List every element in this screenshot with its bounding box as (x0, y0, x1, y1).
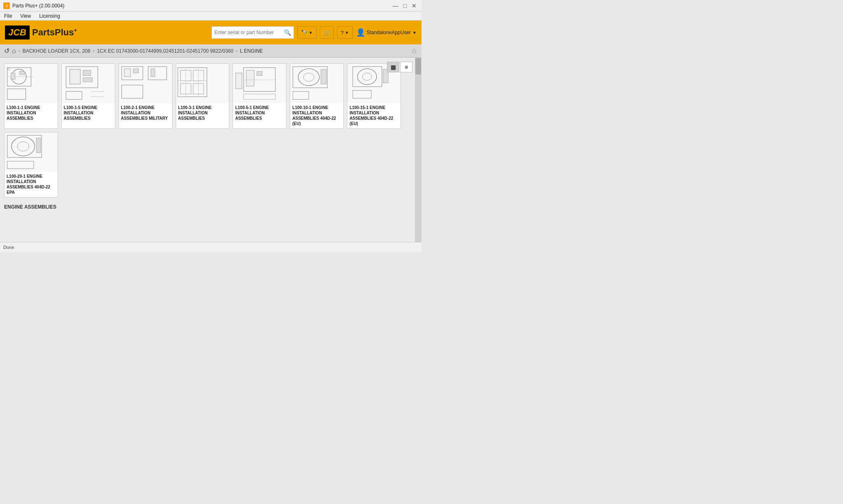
svg-rect-4 (19, 71, 25, 74)
titlebar: J Parts Plus+ (2.00.0004) — □ ✕ (0, 0, 422, 12)
main-content: ▦ ≡ L100-1-1 ENGINE INSTALLATION ASSEM (0, 58, 422, 242)
part-card-7[interactable]: L100-20-1 ENGINE INSTALLATION ASSEMBLIES… (4, 132, 58, 197)
menubar: File View Licensing (0, 12, 422, 21)
svg-rect-43 (244, 94, 275, 99)
help-button[interactable]: ? ▼ (337, 26, 353, 39)
svg-rect-10 (70, 69, 80, 84)
svg-rect-40 (247, 70, 254, 86)
parts-grid-row1: L100-1-1 ENGINE INSTALLATION ASSEMBLIES (4, 63, 401, 129)
svg-point-47 (304, 73, 314, 81)
part-card-6[interactable]: L100-15-1 ENGINE INSTALLATION ASSEMBLIES… (347, 63, 401, 129)
svg-point-46 (298, 69, 319, 86)
logo-area: JCB PartsPlus+ (5, 26, 77, 39)
search-icon[interactable]: 🔍 (284, 29, 291, 36)
svg-rect-48 (321, 69, 326, 84)
engine-diagram-3 (176, 65, 229, 102)
user-label: StandaloneAppUser (367, 30, 411, 35)
titlebar-title: Parts Plus+ (2.00.0004) (12, 3, 64, 9)
scrollbar-thumb[interactable] (415, 58, 421, 74)
engine-diagram-4 (233, 65, 286, 102)
svg-rect-24 (151, 69, 155, 77)
minimize-button[interactable]: — (391, 2, 400, 9)
svg-rect-56 (353, 90, 371, 98)
svg-rect-44 (236, 73, 242, 89)
svg-point-53 (358, 69, 377, 85)
svg-rect-64 (7, 161, 34, 168)
part-label-3: L100-3-1 ENGINE INSTALLATION ASSEMBLIES (176, 103, 229, 123)
part-image-1 (62, 64, 115, 103)
breadcrumb-sep-2: › (236, 48, 238, 54)
jcb-logo: JCB (5, 26, 30, 39)
svg-rect-62 (36, 138, 40, 153)
part-card-3[interactable]: L100-3-1 ENGINE INSTALLATION ASSEMBLIES (176, 63, 230, 129)
svg-rect-29 (178, 67, 207, 97)
svg-rect-12 (83, 77, 92, 81)
part-card-0[interactable]: L100-1-1 ENGINE INSTALLATION ASSEMBLIES (4, 63, 58, 129)
scrollbar[interactable] (415, 58, 422, 242)
part-image-5 (290, 64, 343, 103)
part-label-0: L100-1-1 ENGINE INSTALLATION ASSEMBLIES (5, 103, 58, 123)
maximize-button[interactable]: □ (402, 2, 408, 9)
user-dropdown-icon: ▼ (412, 30, 417, 35)
breadcrumb-sep-1: › (93, 48, 94, 54)
engine-diagram-2 (119, 65, 172, 102)
part-card-4[interactable]: L100-5-1 ENGINE INSTALLATION ASSEMBLIES (233, 63, 286, 129)
menu-file[interactable]: File (2, 12, 14, 20)
svg-point-5 (8, 68, 10, 70)
engine-diagram-0 (5, 65, 58, 102)
breadcrumb-item-1[interactable]: 1CX EC 01743000-01744999,02451201-024517… (97, 48, 233, 54)
part-label-7: L100-20-1 ENGINE INSTALLATION ASSEMBLIES… (5, 172, 58, 197)
part-card-1[interactable]: L100-1-5 ENGINE INSTALLATION ASSEMBLIES (61, 63, 115, 129)
svg-rect-49 (293, 91, 309, 99)
svg-rect-21 (133, 69, 139, 73)
close-button[interactable]: ✕ (410, 2, 418, 9)
favorite-star-icon[interactable]: ☆ (411, 46, 417, 56)
breadcrumb: ↺ ⌂ › BACKHOE LOADER 1CX, 208 › 1CX EC 0… (0, 44, 422, 58)
cart-icon: 🛒 (324, 30, 330, 36)
breadcrumb-sep-0: › (19, 48, 20, 54)
engine-diagram-5 (290, 65, 343, 102)
svg-rect-14 (66, 91, 82, 99)
svg-rect-20 (124, 69, 130, 77)
part-label-6: L100-15-1 ENGINE INSTALLATION ASSEMBLIES… (347, 103, 401, 128)
menu-licensing[interactable]: Licensing (37, 12, 63, 20)
binoculars-button[interactable]: 🔭 ▼ (297, 26, 317, 39)
help-dropdown-icon: ▼ (345, 30, 349, 35)
engine-diagram-7 (5, 134, 58, 171)
part-card-2[interactable]: L100-2-1 ENGINE INSTALLATION ASSEMBLIES … (119, 63, 172, 129)
search-input[interactable] (214, 30, 284, 35)
grid-view-button[interactable]: ▦ (387, 62, 399, 72)
help-icon: ? (341, 30, 344, 36)
svg-rect-41 (257, 71, 262, 75)
breadcrumb-current: L ENGINE (240, 48, 263, 54)
footer-section-title: ENGINE ASSEMBLIES (4, 204, 417, 210)
user-icon: 👤 (356, 28, 365, 37)
part-image-0 (5, 64, 58, 103)
header-controls: 🔍 🔭 ▼ 🛒 ? ▼ 👤 StandaloneAppUser ▼ (212, 26, 417, 39)
cart-button[interactable]: 🛒 (320, 26, 334, 39)
list-view-button[interactable]: ≡ (400, 62, 412, 72)
part-image-4 (233, 64, 286, 103)
titlebar-left: J Parts Plus+ (2.00.0004) (3, 2, 64, 9)
parts-grid-row2: L100-20-1 ENGINE INSTALLATION ASSEMBLIES… (4, 132, 401, 197)
breadcrumb-item-0[interactable]: BACKHOE LOADER 1CX, 208 (23, 48, 91, 54)
user-button[interactable]: 👤 StandaloneAppUser ▼ (356, 28, 417, 37)
svg-rect-3 (11, 73, 15, 79)
part-image-7 (5, 132, 58, 172)
part-card-5[interactable]: L100-10-1 ENGINE INSTALLATION ASSEMBLIES… (290, 63, 344, 129)
home-icon[interactable]: ⌂ (12, 47, 16, 55)
part-label-1: L100-1-5 ENGINE INSTALLATION ASSEMBLIES (62, 103, 115, 123)
menu-view[interactable]: View (18, 12, 33, 20)
app-icon: J (3, 2, 10, 9)
part-image-2 (119, 64, 172, 103)
svg-rect-11 (83, 70, 91, 75)
binoculars-icon: 🔭 (301, 30, 307, 36)
svg-rect-6 (7, 88, 26, 99)
binoculars-dropdown-icon: ▼ (309, 30, 313, 35)
search-box[interactable]: 🔍 (212, 26, 294, 39)
titlebar-controls[interactable]: — □ ✕ (391, 2, 418, 9)
footer-section: ENGINE ASSEMBLIES (4, 204, 417, 211)
view-toggles: ▦ ≡ (387, 62, 412, 72)
svg-rect-26 (121, 85, 142, 98)
refresh-icon[interactable]: ↺ (4, 47, 9, 55)
